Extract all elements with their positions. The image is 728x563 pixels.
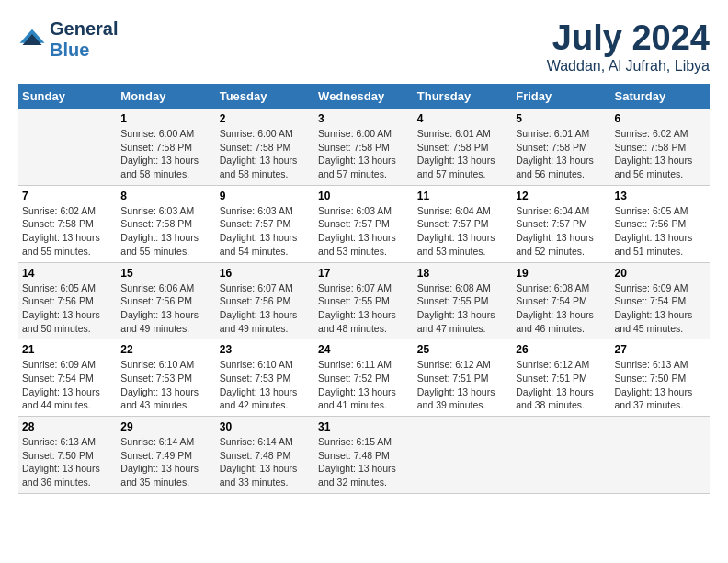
day-cell: 6Sunrise: 6:02 AMSunset: 7:58 PMDaylight… [611,109,711,185]
subtitle: Waddan, Al Jufrah, Libya [547,58,710,75]
day-info: Sunrise: 6:04 AMSunset: 7:57 PMDaylight:… [417,204,508,259]
day-cell: 21Sunrise: 6:09 AMSunset: 7:54 PMDayligh… [18,339,117,417]
header: General Blue July 2024 Waddan, Al Jufrah… [18,18,710,75]
day-number: 9 [220,190,311,202]
day-info: Sunrise: 6:08 AMSunset: 7:55 PMDaylight:… [417,282,508,336]
day-cell: 13Sunrise: 6:05 AMSunset: 7:56 PMDayligh… [611,185,711,262]
day-cell: 5Sunrise: 6:01 AMSunset: 7:58 PMDaylight… [512,109,610,185]
day-number: 19 [516,267,607,280]
day-info: Sunrise: 6:06 AMSunset: 7:56 PMDaylight:… [120,282,211,336]
day-number: 3 [318,112,410,125]
day-number: 23 [220,343,311,356]
day-number: 18 [417,267,508,280]
day-cell: 27Sunrise: 6:13 AMSunset: 7:50 PMDayligh… [611,339,711,417]
week-row-1: 7Sunrise: 6:02 AMSunset: 7:58 PMDaylight… [18,185,710,262]
day-number: 27 [615,343,707,356]
header-wednesday: Wednesday [314,84,414,109]
day-info: Sunrise: 6:03 AMSunset: 7:57 PMDaylight:… [220,204,311,259]
day-cell: 7Sunrise: 6:02 AMSunset: 7:58 PMDaylight… [18,185,117,262]
day-number: 16 [220,267,311,280]
header-thursday: Thursday [414,84,512,109]
day-cell: 23Sunrise: 6:10 AMSunset: 7:53 PMDayligh… [216,339,314,417]
day-number: 5 [516,112,607,125]
day-info: Sunrise: 6:01 AMSunset: 7:58 PMDaylight:… [516,127,607,181]
day-info: Sunrise: 6:07 AMSunset: 7:55 PMDaylight:… [318,282,410,336]
day-cell: 10Sunrise: 6:03 AMSunset: 7:57 PMDayligh… [314,185,414,262]
day-info: Sunrise: 6:08 AMSunset: 7:54 PMDaylight:… [516,282,607,336]
day-cell: 19Sunrise: 6:08 AMSunset: 7:54 PMDayligh… [512,262,610,339]
week-row-0: 1Sunrise: 6:00 AMSunset: 7:58 PMDaylight… [18,109,710,185]
day-info: Sunrise: 6:00 AMSunset: 7:58 PMDaylight:… [220,127,311,181]
day-cell: 11Sunrise: 6:04 AMSunset: 7:57 PMDayligh… [414,185,512,262]
day-cell: 22Sunrise: 6:10 AMSunset: 7:53 PMDayligh… [117,339,215,417]
day-number: 22 [120,343,211,356]
day-info: Sunrise: 6:00 AMSunset: 7:58 PMDaylight:… [318,127,410,181]
day-info: Sunrise: 6:09 AMSunset: 7:54 PMDaylight:… [22,358,113,412]
day-number: 12 [516,190,607,202]
day-number: 13 [615,190,707,202]
calendar-table: SundayMondayTuesdayWednesdayThursdayFrid… [18,84,710,494]
day-number: 6 [615,112,707,125]
day-cell: 15Sunrise: 6:06 AMSunset: 7:56 PMDayligh… [117,262,215,339]
day-info: Sunrise: 6:15 AMSunset: 7:48 PMDaylight:… [318,435,410,489]
day-cell: 31Sunrise: 6:15 AMSunset: 7:48 PMDayligh… [314,417,414,494]
day-number: 25 [417,343,508,356]
day-number: 4 [417,112,508,125]
day-info: Sunrise: 6:14 AMSunset: 7:49 PMDaylight:… [120,435,211,489]
day-number: 20 [615,267,707,280]
day-cell: 2Sunrise: 6:00 AMSunset: 7:58 PMDaylight… [216,109,314,185]
day-cell [18,109,117,185]
day-cell: 18Sunrise: 6:08 AMSunset: 7:55 PMDayligh… [414,262,512,339]
day-number: 11 [417,190,508,202]
main-title: July 2024 [547,18,710,58]
day-info: Sunrise: 6:13 AMSunset: 7:50 PMDaylight:… [22,435,113,489]
calendar-header-row: SundayMondayTuesdayWednesdayThursdayFrid… [18,84,710,109]
day-cell: 14Sunrise: 6:05 AMSunset: 7:56 PMDayligh… [18,262,117,339]
day-info: Sunrise: 6:14 AMSunset: 7:48 PMDaylight:… [220,435,311,489]
day-cell [512,417,610,494]
logo-icon [18,26,46,53]
day-info: Sunrise: 6:02 AMSunset: 7:58 PMDaylight:… [615,127,707,181]
day-info: Sunrise: 6:12 AMSunset: 7:51 PMDaylight:… [516,358,607,412]
day-cell [611,417,711,494]
day-info: Sunrise: 6:11 AMSunset: 7:52 PMDaylight:… [318,358,410,412]
day-number: 10 [318,190,410,202]
week-row-2: 14Sunrise: 6:05 AMSunset: 7:56 PMDayligh… [18,262,710,339]
day-info: Sunrise: 6:07 AMSunset: 7:56 PMDaylight:… [220,282,311,336]
day-info: Sunrise: 6:03 AMSunset: 7:57 PMDaylight:… [318,204,410,259]
logo-text: General Blue [50,18,118,61]
day-info: Sunrise: 6:04 AMSunset: 7:57 PMDaylight:… [516,204,607,259]
day-info: Sunrise: 6:10 AMSunset: 7:53 PMDaylight:… [120,358,211,412]
day-number: 15 [120,267,211,280]
day-cell: 20Sunrise: 6:09 AMSunset: 7:54 PMDayligh… [611,262,711,339]
day-number: 7 [22,190,113,202]
day-cell: 26Sunrise: 6:12 AMSunset: 7:51 PMDayligh… [512,339,610,417]
day-cell [414,417,512,494]
day-cell: 12Sunrise: 6:04 AMSunset: 7:57 PMDayligh… [512,185,610,262]
day-info: Sunrise: 6:05 AMSunset: 7:56 PMDaylight:… [22,282,113,336]
day-number: 26 [516,343,607,356]
day-info: Sunrise: 6:13 AMSunset: 7:50 PMDaylight:… [615,358,707,412]
header-friday: Friday [512,84,610,109]
day-number: 29 [120,420,211,433]
logo: General Blue [18,18,118,61]
day-cell: 29Sunrise: 6:14 AMSunset: 7:49 PMDayligh… [117,417,215,494]
title-section: July 2024 Waddan, Al Jufrah, Libya [547,18,710,75]
header-sunday: Sunday [18,84,117,109]
day-info: Sunrise: 6:10 AMSunset: 7:53 PMDaylight:… [220,358,311,412]
day-number: 30 [220,420,311,433]
header-tuesday: Tuesday [216,84,314,109]
day-info: Sunrise: 6:02 AMSunset: 7:58 PMDaylight:… [22,204,113,259]
day-info: Sunrise: 6:05 AMSunset: 7:56 PMDaylight:… [615,204,707,259]
day-cell: 3Sunrise: 6:00 AMSunset: 7:58 PMDaylight… [314,109,414,185]
day-cell: 24Sunrise: 6:11 AMSunset: 7:52 PMDayligh… [314,339,414,417]
day-number: 17 [318,267,410,280]
day-info: Sunrise: 6:01 AMSunset: 7:58 PMDaylight:… [417,127,508,181]
day-number: 28 [22,420,113,433]
day-cell: 17Sunrise: 6:07 AMSunset: 7:55 PMDayligh… [314,262,414,339]
day-cell: 9Sunrise: 6:03 AMSunset: 7:57 PMDaylight… [216,185,314,262]
day-info: Sunrise: 6:03 AMSunset: 7:58 PMDaylight:… [120,204,211,259]
day-number: 31 [318,420,410,433]
day-number: 21 [22,343,113,356]
day-cell: 28Sunrise: 6:13 AMSunset: 7:50 PMDayligh… [18,417,117,494]
